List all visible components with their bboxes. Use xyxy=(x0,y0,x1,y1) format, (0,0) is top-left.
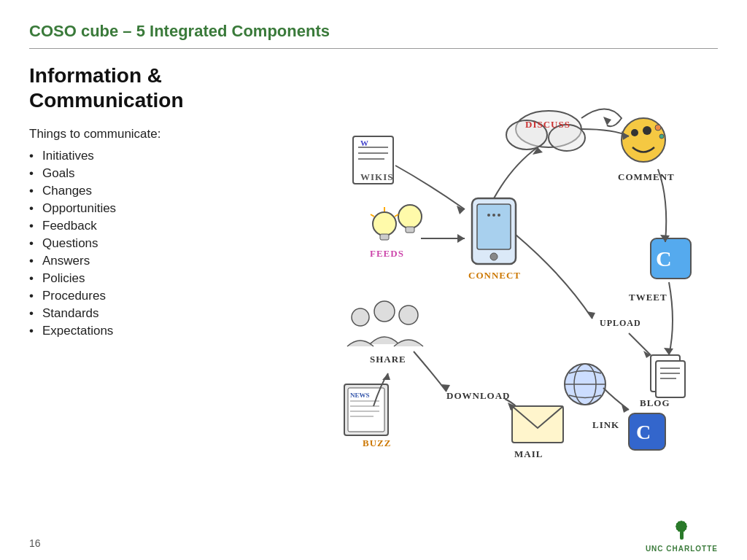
list-item: Goals xyxy=(29,165,277,182)
svg-rect-55 xyxy=(406,227,414,233)
list-item: Opportunities xyxy=(29,200,277,217)
svg-marker-30 xyxy=(664,348,673,355)
list-item: Answers xyxy=(29,252,277,270)
svg-text:MAIL: MAIL xyxy=(514,448,543,457)
svg-point-16 xyxy=(659,134,664,139)
svg-rect-1 xyxy=(477,204,511,249)
svg-point-15 xyxy=(655,125,661,131)
svg-text:C: C xyxy=(656,246,672,271)
svg-point-47 xyxy=(374,301,395,322)
svg-point-49 xyxy=(352,308,369,326)
svg-rect-53 xyxy=(380,234,389,240)
svg-point-2 xyxy=(490,253,498,260)
svg-text:LINK: LINK xyxy=(592,419,619,430)
svg-text:TWEET: TWEET xyxy=(629,292,667,303)
svg-point-48 xyxy=(399,306,418,324)
list-item: Standards xyxy=(29,305,277,322)
svg-point-5 xyxy=(498,214,500,217)
communication-diagram: CONNECT DISCUSS xyxy=(301,71,709,457)
intro-text: Things to communicate: xyxy=(29,127,277,141)
svg-point-52 xyxy=(373,212,396,236)
unc-charlotte-logo-icon xyxy=(662,510,702,543)
svg-text:C: C xyxy=(636,421,651,443)
svg-text:DISCUSS: DISCUSS xyxy=(525,119,570,130)
svg-point-81 xyxy=(676,524,687,529)
left-panel: Information & Communication Things to co… xyxy=(29,63,277,464)
list-item: Initiatives xyxy=(29,147,277,165)
diagram-svg: CONNECT DISCUSS xyxy=(301,71,709,457)
svg-text:FEEDS: FEEDS xyxy=(370,248,404,259)
logo-text: UNC CHARLOTTE xyxy=(646,545,718,553)
svg-text:CONNECT: CONNECT xyxy=(468,270,521,281)
page-number: 16 xyxy=(29,537,41,549)
svg-text:NEWS: NEWS xyxy=(350,392,370,399)
svg-line-57 xyxy=(371,214,374,217)
list-item: Procedures xyxy=(29,287,277,305)
svg-text:W: W xyxy=(360,139,368,147)
header-divider xyxy=(29,48,718,49)
list-item: Policies xyxy=(29,270,277,287)
svg-text:DOWNLOAD: DOWNLOAD xyxy=(446,390,510,401)
svg-text:BLOG: BLOG xyxy=(640,397,670,408)
svg-point-13 xyxy=(631,129,638,136)
svg-point-3 xyxy=(487,214,490,217)
list-item: Questions xyxy=(29,235,277,252)
list-item: Expectations xyxy=(29,322,277,340)
svg-point-4 xyxy=(492,214,495,217)
svg-rect-25 xyxy=(656,361,685,397)
right-panel: CONNECT DISCUSS xyxy=(292,63,718,464)
svg-text:BUZZ: BUZZ xyxy=(363,438,391,448)
list-item: Feedback xyxy=(29,217,277,235)
svg-rect-34 xyxy=(512,406,563,443)
svg-text:UPLOAD: UPLOAD xyxy=(600,318,641,328)
content-area: Information & Communication Things to co… xyxy=(29,63,718,464)
svg-text:SHARE: SHARE xyxy=(370,354,406,365)
svg-marker-71 xyxy=(382,373,390,380)
svg-point-54 xyxy=(398,205,422,228)
slide: COSO cube – 5 Integrated Components Info… xyxy=(0,0,747,560)
list-item: Changes xyxy=(29,182,277,200)
section-title: Information & Communication xyxy=(29,63,277,112)
svg-marker-67 xyxy=(457,234,465,243)
svg-text:COMMENT: COMMENT xyxy=(618,171,675,182)
slide-title: COSO cube – 5 Integrated Components xyxy=(29,22,718,41)
bullet-list: Initiatives Goals Changes Opportunities … xyxy=(29,147,277,340)
svg-text:WIKIS: WIKIS xyxy=(360,171,393,182)
logo-area: UNC CHARLOTTE xyxy=(646,510,718,553)
svg-marker-74 xyxy=(603,117,611,125)
svg-point-14 xyxy=(643,126,651,135)
